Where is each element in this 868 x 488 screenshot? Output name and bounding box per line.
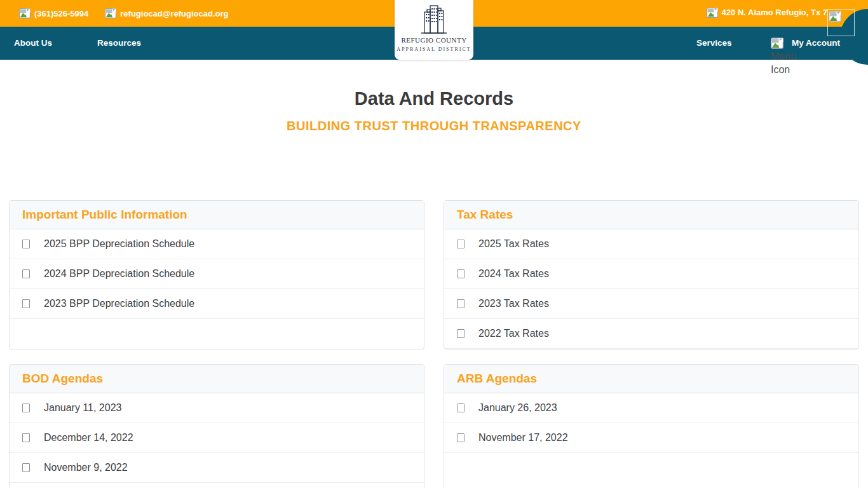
document-label: 2024 Tax Rates: [478, 268, 549, 280]
location-icon: [707, 7, 718, 18]
nav-resources[interactable]: Resources: [97, 27, 141, 60]
site-header: (361)526-5994 refugiocad@refugiocad.org …: [0, 0, 868, 60]
panel-title: Tax Rates: [444, 201, 858, 229]
street-address: 420 N. Alamo Refugio, Tx 7: [722, 8, 827, 17]
document-link[interactable]: 2022 Tax Rates: [444, 319, 858, 349]
missing-glyph-icon: [22, 433, 30, 442]
document-link[interactable]: 2025 BPP Depreciation Schedule: [10, 229, 424, 259]
phone-icon: [19, 8, 31, 19]
document-link[interactable]: November 9, 2022: [10, 453, 424, 483]
broken-image-icon: [771, 37, 783, 50]
panel-title: BOD Agendas: [10, 365, 424, 393]
logo-subname: APPRAISAL DISTRICT: [395, 46, 473, 52]
panel-bod-agendas: BOD Agendas January 11, 2023 December 14…: [9, 364, 424, 488]
missing-glyph-icon: [457, 433, 465, 442]
document-label: January 11, 2023: [44, 402, 121, 414]
missing-glyph-icon: [457, 240, 465, 248]
email-icon: [105, 8, 116, 19]
document-label: 2025 Tax Rates: [478, 238, 549, 250]
main-content: Data And Records BUILDING TRUST THROUGH …: [0, 88, 868, 488]
email-link[interactable]: refugiocad@refugiocad.org: [105, 8, 228, 19]
document-label: 2023 Tax Rates: [478, 298, 549, 309]
document-label: 2024 BPP Depreciation Schedule: [44, 268, 194, 280]
document-link[interactable]: December 14, 2022: [10, 423, 424, 453]
document-link[interactable]: 2023 Tax Rates: [444, 289, 858, 319]
document-label: 2022 Tax Rates: [478, 328, 549, 339]
topbar-address: 420 N. Alamo Refugio, Tx 7: [707, 7, 827, 20]
document-link[interactable]: 2024 BPP Depreciation Schedule: [10, 259, 424, 289]
panel-tax-rates: Tax Rates 2025 Tax Rates 2024 Tax Rates …: [444, 200, 859, 349]
document-link[interactable]: November 17, 2022: [444, 423, 858, 453]
site-logo[interactable]: REFUGIO COUNTY APPRAISAL DISTRICT: [395, 0, 473, 60]
phone-number: (361)526-5994: [34, 9, 88, 18]
document-label: November 9, 2022: [44, 462, 128, 473]
missing-glyph-icon: [457, 299, 465, 308]
document-label: November 17, 2022: [478, 432, 568, 444]
missing-glyph-icon: [457, 403, 465, 412]
page-subtitle: BUILDING TRUST THROUGH TRANSPARENCY: [0, 118, 868, 133]
page-title: Data And Records: [0, 88, 868, 109]
panel-arb-agendas: ARB Agendas January 26, 2023 November 17…: [444, 364, 859, 488]
missing-glyph-icon: [22, 269, 30, 278]
email-address: refugiocad@refugiocad.org: [120, 9, 228, 18]
corner-widget-button[interactable]: [827, 9, 855, 36]
panels-grid: Important Public Information 2025 BPP De…: [9, 200, 859, 488]
document-link[interactable]: 2025 Tax Rates: [444, 229, 858, 259]
document-label: 2023 BPP Depreciation Schedule: [44, 298, 194, 309]
document-list: January 11, 2023 December 14, 2022 Novem…: [10, 393, 424, 483]
nav-about-us[interactable]: About Us: [14, 27, 52, 60]
panel-title: Important Public Information: [10, 201, 424, 229]
document-label: 2025 BPP Depreciation Schedule: [44, 238, 194, 250]
topbar-contacts: (361)526-5994 refugiocad@refugiocad.org: [19, 8, 228, 19]
phone-link[interactable]: (361)526-5994: [19, 8, 88, 19]
document-list: January 26, 2023 November 17, 2022: [444, 393, 858, 453]
document-link[interactable]: 2023 BPP Depreciation Schedule: [10, 289, 424, 319]
address-link[interactable]: 420 N. Alamo Refugio, Tx 7: [707, 7, 827, 18]
missing-glyph-icon: [22, 240, 30, 248]
missing-glyph-icon: [22, 463, 30, 472]
panel-title: ARB Agendas: [444, 365, 858, 393]
document-list: 2025 BPP Depreciation Schedule 2024 BPP …: [10, 229, 424, 319]
document-link[interactable]: January 11, 2023: [10, 393, 424, 423]
document-link[interactable]: 2024 Tax Rates: [444, 259, 858, 289]
buildings-icon: [420, 4, 448, 34]
logo-name: REFUGIO COUNTY: [395, 36, 473, 44]
document-list: 2025 Tax Rates 2024 Tax Rates 2023 Tax R…: [444, 229, 858, 349]
document-label: December 14, 2022: [44, 432, 133, 444]
broken-image-icon: [829, 10, 841, 23]
missing-glyph-icon: [457, 269, 465, 278]
document-label: January 26, 2023: [478, 402, 557, 414]
panel-important-public-information: Important Public Information 2025 BPP De…: [9, 200, 424, 349]
missing-glyph-icon: [22, 403, 30, 412]
missing-glyph-icon: [457, 329, 465, 338]
document-link[interactable]: January 26, 2023: [444, 393, 858, 423]
page: (361)526-5994 refugiocad@refugiocad.org …: [0, 0, 868, 488]
nav-services[interactable]: Services: [696, 27, 732, 60]
missing-glyph-icon: [22, 299, 30, 308]
